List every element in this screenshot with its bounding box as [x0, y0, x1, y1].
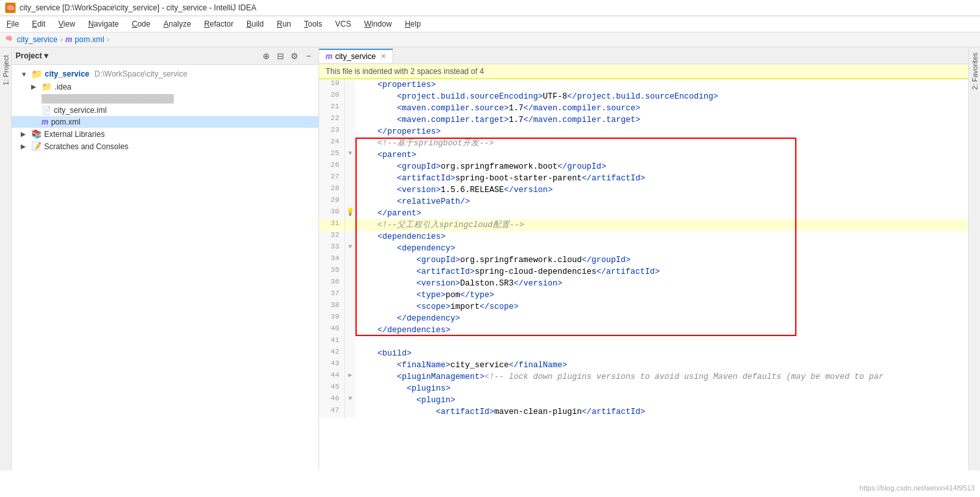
editor-line-22: 22 <maven.compiler.target>1.7</maven.com…	[319, 114, 968, 126]
tree-arrow-scratches: ▶	[21, 143, 29, 150]
file-icon-pom: m	[42, 117, 49, 127]
editor-tabs: m city_service ✕	[319, 47, 968, 64]
collapse-btn[interactable]: ⊟	[274, 50, 286, 62]
menu-edit[interactable]: Edit	[25, 18, 52, 30]
line-gutter-44: ▶	[345, 371, 355, 383]
folder-icon-extlibs: 📚	[31, 129, 42, 139]
line-num-26: 26	[319, 161, 345, 173]
menu-analyze[interactable]: Analyze	[157, 18, 198, 30]
line-content-29: <relativePath/>	[355, 196, 968, 208]
line-gutter-43	[345, 359, 355, 371]
editor-line-39: 39 </dependency>	[319, 313, 968, 324]
menu-refactor[interactable]: Refactor	[198, 18, 240, 30]
line-gutter-42	[345, 348, 355, 359]
line-num-42: 42	[319, 348, 345, 359]
editor-line-46: 46 ▼ <plugin>	[319, 394, 968, 406]
line-content-32: <dependencies>	[355, 231, 968, 243]
line-num-47: 47	[319, 406, 345, 418]
line-content-27: <artifactId>spring-boot-starter-parent</…	[355, 173, 968, 184]
line-num-46: 46	[319, 394, 345, 406]
line-num-43: 43	[319, 359, 345, 371]
left-sidebar-strip: 1: Project	[0, 47, 12, 470]
menu-build[interactable]: Build	[240, 18, 270, 30]
line-num-21: 21	[319, 103, 345, 114]
panel-title: Project ▾	[16, 51, 257, 60]
menu-run[interactable]: Run	[270, 18, 298, 30]
tree-item-scratches[interactable]: ▶ 📝 Scratches and Consoles	[12, 140, 318, 152]
minimize-btn[interactable]: −	[303, 50, 315, 62]
editor-tab-city-service[interactable]: m city_service ✕	[319, 49, 393, 63]
title-bar: 🧠 city_service [D:\WorkSpace\city_servic…	[0, 0, 980, 16]
line-gutter-40	[345, 324, 355, 336]
right-panel: m city_service ✕ This file is indented w…	[319, 47, 968, 470]
line-num-20: 20	[319, 91, 345, 103]
menu-code[interactable]: Code	[125, 18, 157, 30]
line-content-26: <groupId>org.springframework.boot</group…	[355, 161, 968, 173]
project-tree: ▼ 📁 city_service D:\WorkSpace\city_servi…	[12, 65, 318, 470]
line-content-24: <!--基于springboot开发-->	[355, 138, 968, 149]
editor-line-35: 35 <artifactId>spring-cloud-dependencies…	[319, 266, 968, 278]
tree-item-extlibs[interactable]: ▶ 📚 External Libraries	[12, 128, 318, 140]
menu-help[interactable]: Help	[398, 18, 427, 30]
folder-icon-root: 📁	[31, 69, 42, 79]
tree-label-scratches: Scratches and Consoles	[44, 142, 128, 151]
line-content-45: <plugins>	[355, 383, 968, 394]
line-content-42: <build>	[355, 348, 968, 359]
tab-icon-m: m	[326, 52, 333, 61]
line-content-20: <project.build.sourceEncoding>UTF-8</pro…	[355, 91, 968, 103]
tree-label-idea: .idea	[54, 82, 71, 91]
menu-vcs[interactable]: VCS	[329, 18, 358, 30]
breadcrumb-project[interactable]: city_service	[17, 35, 58, 44]
editor-content[interactable]: 19 <properties> 20 <project.build.source…	[319, 79, 968, 470]
tree-item-iml[interactable]: 📄 city_service.iml	[12, 104, 318, 116]
line-gutter-30: 💡	[345, 208, 355, 219]
line-num-44: 44	[319, 371, 345, 383]
menu-tools[interactable]: Tools	[298, 18, 329, 30]
tree-item-root[interactable]: ▼ 📁 city_service D:\WorkSpace\city_servi…	[12, 67, 318, 80]
line-content-33: <dependency>	[355, 243, 968, 254]
tree-label-root: city_service	[45, 69, 90, 79]
line-gutter-20	[345, 91, 355, 103]
line-num-45: 45	[319, 383, 345, 394]
menu-file[interactable]: File	[0, 18, 25, 30]
settings-btn[interactable]: ⚙	[289, 50, 300, 62]
tree-item-idea[interactable]: ▶ 📁 .idea	[12, 80, 318, 93]
line-gutter-45	[345, 383, 355, 394]
left-panel: Project ▾ ⊕ ⊟ ⚙ − ▼ 📁 city_service D:\Wo…	[12, 47, 319, 470]
line-content-37: <type>pom</type>	[355, 289, 968, 301]
editor-line-41: 41	[319, 336, 968, 348]
sync-btn[interactable]: ⊕	[260, 50, 272, 62]
line-content-19: <properties>	[355, 79, 968, 91]
editor-line-34: 34 <groupId>org.springframework.cloud</g…	[319, 254, 968, 266]
line-gutter-28	[345, 184, 355, 196]
breadcrumb-file[interactable]: pom.xml	[75, 35, 104, 44]
editor-line-21: 21 <maven.compiler.source>1.7</maven.com…	[319, 103, 968, 114]
editor-line-29: 29 <relativePath/>	[319, 196, 968, 208]
tree-arrow-idea: ▶	[31, 83, 39, 90]
line-gutter-47	[345, 406, 355, 418]
line-num-22: 22	[319, 114, 345, 126]
line-content-34: <groupId>org.springframework.cloud</grou…	[355, 254, 968, 266]
breadcrumb: 🧠 city_service › m pom.xml ›	[0, 32, 980, 47]
project-tab-label[interactable]: 1: Project	[1, 50, 11, 90]
breadcrumb-m-icon: m	[66, 35, 73, 44]
menu-view[interactable]: View	[52, 18, 82, 30]
line-gutter-29	[345, 196, 355, 208]
menu-navigate[interactable]: Navigate	[82, 18, 125, 30]
editor-line-45: 45 <plugins>	[319, 383, 968, 394]
editor-line-47: 47 <artifactId>maven-clean-plugin</artif…	[319, 406, 968, 418]
line-content-22: <maven.compiler.target>1.7</maven.compil…	[355, 114, 968, 126]
tree-item-pom[interactable]: m pom.xml	[12, 116, 318, 128]
favorites-tab-label[interactable]: 2: Favorites	[970, 47, 980, 95]
file-icon-iml: 📄	[42, 106, 51, 115]
editor-line-19: 19 <properties>	[319, 79, 968, 91]
tab-label: city_service	[335, 52, 376, 61]
line-gutter-33: ▼	[345, 243, 355, 254]
line-num-32: 32	[319, 231, 345, 243]
line-content-44: <pluginManagement><!-- lock down plugins…	[355, 371, 968, 383]
tree-arrow-root: ▼	[21, 71, 29, 78]
menu-window[interactable]: Window	[357, 18, 398, 30]
line-gutter-38	[345, 301, 355, 313]
line-content-35: <artifactId>spring-cloud-dependencies</a…	[355, 266, 968, 278]
tab-close-btn[interactable]: ✕	[381, 53, 386, 60]
